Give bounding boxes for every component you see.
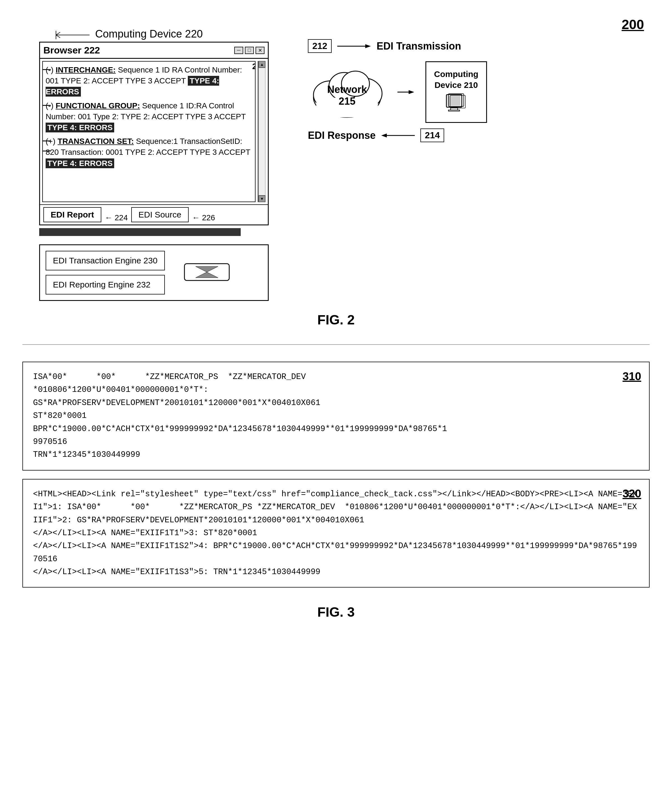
fig2-caption: FIG. 2 — [22, 312, 650, 327]
callout-225: 225 — [252, 61, 256, 71]
left-section: Computing Device 220 Browser 222 ─ □ ✕ — [22, 28, 274, 301]
svg-marker-25 — [381, 134, 387, 137]
box-310-number: 310 — [622, 370, 641, 383]
close-button[interactable]: ✕ — [256, 47, 264, 54]
edi-transmission-label: EDI Transmission — [377, 40, 461, 52]
svg-marker-10 — [365, 44, 371, 48]
browser-buttons[interactable]: ─ □ ✕ — [234, 47, 264, 54]
engine-section: EDI Transaction Engine 230 EDI Reporting… — [40, 245, 268, 300]
code-section-320: <HTML><HEAD><Link rel="stylesheet" type=… — [22, 479, 650, 588]
minimize-button[interactable]: ─ — [234, 47, 243, 54]
browser-main: 227 — (-) INTERCHANGE: Sequence 1 ID RA … — [42, 61, 256, 202]
svg-line-3 — [56, 35, 60, 38]
scroll-track — [259, 68, 265, 195]
computing-device-210-box: Computing Device 210 — [425, 61, 487, 123]
interchange-line: 227 — (-) INTERCHANGE: Sequence 1 ID RA … — [46, 64, 252, 97]
label-221: 221 — — [42, 136, 51, 145]
transaction-set-line: 221 — 229 — (+) TRANSACTION SET: Sequenc… — [46, 136, 252, 169]
reporting-engine-label: EDI Reporting Engine 232 — [53, 280, 151, 289]
response-row: EDI Response 214 — [308, 129, 444, 142]
edi-response-label: EDI Response — [308, 130, 375, 141]
interchange-text: (-) INTERCHANGE: Sequence 1 ID RA Contro… — [46, 64, 252, 97]
label-227: 227 — — [42, 64, 51, 74]
transaction-engine-label: EDI Transaction Engine 230 — [53, 256, 158, 265]
computing-device-220-label: Computing Device 220 — [39, 28, 203, 40]
code-box-310: ISA*00* *00* *ZZ*MERCATOR_PS *ZZ*MERCATO… — [22, 362, 650, 470]
transaction-set-text: (+) TRANSACTION SET: Sequence:1 Transact… — [46, 136, 252, 169]
code-content-320: <HTML><HEAD><Link rel="stylesheet" type=… — [33, 488, 639, 579]
svg-rect-20 — [448, 96, 460, 105]
right-section: 212 EDI Transmission — [297, 39, 650, 142]
fig2-number: 200 — [622, 17, 644, 32]
maximize-button[interactable]: □ — [245, 47, 254, 54]
svg-line-2 — [56, 32, 60, 35]
edi-reporting-engine-box: EDI Reporting Engine 232 — [46, 275, 165, 294]
svg-marker-7 — [196, 266, 218, 272]
page: 200 Computing Device 220 Browser 222 — [0, 0, 672, 786]
browser-title: Browser 222 — [43, 45, 100, 56]
callout-214: 214 — [421, 129, 444, 142]
engine-boxes: EDI Transaction Engine 230 EDI Reporting… — [46, 251, 165, 294]
code-content-310: ISA*00* *00* *ZZ*MERCATOR_PS *ZZ*MERCATO… — [33, 371, 639, 462]
scroll-down[interactable]: ▼ — [259, 195, 265, 202]
tab-224-label: ← 224 — [105, 213, 128, 222]
network-row: Network 215 Computing Device 210 — [308, 61, 487, 123]
scrollbar[interactable]: ▲ ▼ — [258, 61, 265, 202]
functional-group-text: (-) FUNCTIONAL GROUP: Sequence 1 ID:RA C… — [46, 100, 252, 133]
network-cloud-label: Network 215 — [327, 84, 367, 107]
type4-errors-3: TYPE 4: ERRORS — [46, 159, 114, 168]
tab-edi-report[interactable]: EDI Report — [43, 207, 101, 222]
functional-group-line: 228 — (-) FUNCTIONAL GROUP: Sequence 1 I… — [46, 100, 252, 133]
label-229: 229 — — [42, 146, 51, 156]
browser-content: 227 — (-) INTERCHANGE: Sequence 1 ID RA … — [40, 59, 268, 204]
code-box-320: <HTML><HEAD><Link rel="stylesheet" type=… — [22, 479, 650, 588]
fig3-caption: FIG. 3 — [22, 604, 650, 620]
edi-engines-box: EDI Transaction Engine 230 EDI Reporting… — [39, 244, 269, 301]
callout-212: 212 — [308, 39, 332, 53]
progress-bar — [39, 228, 241, 236]
browser-box: Browser 222 ─ □ ✕ 227 — — [39, 42, 269, 225]
network-cloud: Network 215 — [308, 61, 386, 123]
section-divider — [22, 344, 650, 345]
transmission-row: 212 EDI Transmission — [308, 39, 461, 53]
type4-errors-2: TYPE 4: ERRORS — [46, 123, 114, 132]
edi-transaction-engine-box: EDI Transaction Engine 230 — [46, 251, 165, 270]
svg-marker-18 — [409, 90, 414, 94]
tab-edi-source[interactable]: EDI Source — [131, 207, 188, 222]
fig2-container: Computing Device 220 Browser 222 ─ □ ✕ — [22, 28, 650, 301]
code-section-310: ISA*00* *00* *ZZ*MERCATOR_PS *ZZ*MERCATO… — [22, 362, 650, 470]
type4-errors-1: TYPE 4: ERRORS — [46, 76, 219, 97]
svg-rect-22 — [448, 110, 460, 111]
box-320-number: 320 — [622, 487, 641, 500]
scroll-up[interactable]: ▲ — [259, 61, 265, 68]
engine-icon-area — [182, 261, 232, 285]
computing-device-210-label: Computing Device 210 — [426, 69, 486, 90]
svg-marker-8 — [196, 272, 218, 278]
browser-titlebar: Browser 222 ─ □ ✕ — [40, 42, 268, 59]
tab-226-label: ← 226 — [192, 213, 215, 222]
browser-tabs: EDI Report ← 224 EDI Source ← 226 — [40, 204, 268, 225]
label-228: 228 — — [42, 100, 51, 110]
